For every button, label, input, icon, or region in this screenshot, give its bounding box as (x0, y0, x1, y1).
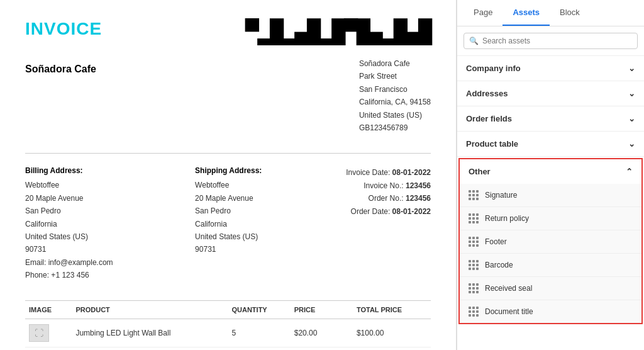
chevron-up-icon: ⌃ (626, 167, 633, 176)
col-qty-header: QUANTITY (228, 301, 290, 319)
tab-block[interactable]: Block (550, 0, 590, 26)
search-icon: 🔍 (469, 37, 479, 45)
col-total-header: TOTAL PRICE (353, 301, 431, 319)
section-product-table: Product table ⌄ (457, 132, 644, 157)
other-item-footer[interactable]: Footer (460, 230, 641, 254)
product-image-cell: ⛶ (25, 319, 72, 347)
shipping-address: Shipping Address: Webtoffee 20 Maple Ave… (195, 166, 346, 281)
section-other-header[interactable]: Other ⌃ (460, 159, 641, 184)
section-order-fields-label: Order fields (466, 114, 512, 123)
invoice-panel: INVOICE ▀▂█▂▄█▂█▀█▄▂█▄█ Soñadora Cafe So… (0, 0, 457, 350)
col-image-header: IMAGE (25, 301, 72, 319)
col-product-header: PRODUCT (72, 301, 228, 319)
section-order-fields-header[interactable]: Order fields ⌄ (457, 106, 644, 131)
search-area: 🔍 (457, 26, 644, 56)
product-name-cell: Jumbing LED Light Wall Ball (72, 319, 228, 347)
other-item-label: Signature (485, 191, 517, 200)
tab-assets[interactable]: Assets (502, 0, 550, 26)
section-addresses-label: Addresses (466, 89, 508, 98)
grid-drag-icon (469, 190, 479, 200)
product-image-placeholder: ⛶ (29, 324, 49, 342)
section-addresses: Addresses ⌄ (457, 81, 644, 106)
other-item-signature[interactable]: Signature (460, 184, 641, 207)
company-name: Soñadora Cafe (25, 64, 96, 75)
barcode-image: ▀▂█▂▄█▂█▀█▄▂█▄█ (245, 19, 431, 45)
other-item-return-policy[interactable]: Return policy (460, 207, 641, 230)
section-product-table-label: Product table (466, 139, 518, 149)
invoice-meta: Invoice Date: 08-01-2022 Invoice No.: 12… (346, 166, 431, 218)
search-input[interactable] (482, 37, 632, 45)
other-items-list: Signature Return policy Footer Barcode (460, 184, 641, 323)
col-price-header: PRICE (291, 301, 353, 319)
product-table: IMAGE PRODUCT QUANTITY PRICE TOTAL PRICE… (25, 300, 431, 350)
company-address: Soñadora Cafe Park Street San Francisco … (359, 57, 431, 134)
grid-drag-icon (469, 213, 479, 223)
table-row: ⛶ Jumbing LED Light Wall Ball 5 $20.00 $… (25, 319, 431, 347)
sidebar-tabs: Page Assets Block (457, 0, 644, 26)
other-item-label: Footer (485, 237, 507, 246)
section-other-label: Other (469, 167, 491, 176)
other-item-label: Return policy (485, 214, 529, 223)
sidebar: Page Assets Block 🔍 Company info ⌄ Addre… (457, 0, 644, 350)
section-other: Other ⌃ Signature Return policy (458, 158, 643, 324)
chevron-down-icon: ⌄ (628, 139, 635, 149)
product-price-cell: $20.00 (291, 319, 353, 347)
subtotal-row: Subtotal $100.00 (25, 347, 431, 350)
other-item-barcode[interactable]: Barcode (460, 254, 641, 277)
grid-drag-icon (469, 237, 479, 247)
grid-drag-icon (469, 307, 479, 317)
section-company-info: Company info ⌄ (457, 56, 644, 81)
section-company-info-header[interactable]: Company info ⌄ (457, 56, 644, 81)
other-item-document-title[interactable]: Document title (460, 300, 641, 323)
grid-drag-icon (469, 283, 479, 293)
section-addresses-header[interactable]: Addresses ⌄ (457, 81, 644, 106)
other-item-label: Received seal (485, 284, 532, 293)
chevron-down-icon: ⌄ (628, 64, 635, 73)
chevron-down-icon: ⌄ (628, 114, 635, 123)
grid-drag-icon (469, 260, 479, 270)
section-company-info-label: Company info (466, 64, 521, 73)
invoice-title: INVOICE (25, 19, 102, 39)
chevron-down-icon: ⌄ (628, 89, 635, 98)
section-product-table-header[interactable]: Product table ⌄ (457, 132, 644, 156)
tab-page[interactable]: Page (464, 0, 502, 26)
product-qty-cell: 5 (228, 319, 290, 347)
billing-address: Billing Address: Webtoffee 20 Maple Aven… (25, 166, 176, 281)
other-item-received-seal[interactable]: Received seal (460, 277, 641, 300)
other-item-label: Barcode (485, 261, 513, 269)
other-item-label: Document title (485, 307, 533, 316)
section-order-fields: Order fields ⌄ (457, 106, 644, 132)
product-total-cell: $100.00 (353, 319, 431, 347)
